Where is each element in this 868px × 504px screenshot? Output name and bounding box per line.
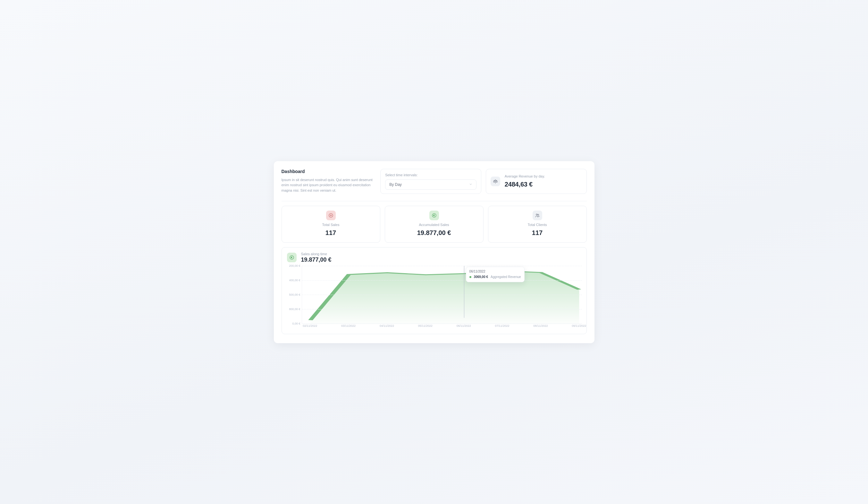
grid-line bbox=[302, 295, 582, 295]
avg-revenue-card: Average Revenue by day. 2484,63 € bbox=[486, 169, 587, 194]
interval-label: Select time intervals: bbox=[385, 173, 476, 177]
svg-point-9 bbox=[537, 214, 538, 215]
tooltip-series-dot-icon bbox=[469, 276, 471, 278]
chart-card: Sales along time 19.877,00 € 200,00 €400… bbox=[281, 247, 587, 334]
tooltip-value: 3069,00 € bbox=[474, 275, 488, 279]
tooltip-series: Aggregated Revenue bbox=[490, 275, 521, 279]
chart-body[interactable]: 200,00 €400,00 €500,00 €800,00 €0,00 € bbox=[286, 266, 582, 324]
x-tick-label: 05/11/2022 bbox=[418, 324, 433, 327]
interval-select[interactable]: By Day bbox=[385, 180, 476, 190]
kpi-label: Total Clients bbox=[528, 223, 547, 226]
euro-icon bbox=[287, 253, 297, 262]
kpi-accumulated-sales: Accumulated Sales 19.877,00 € bbox=[385, 206, 484, 243]
grid-line bbox=[302, 309, 582, 310]
avg-revenue-value: 2484,63 € bbox=[505, 181, 545, 188]
kpi-row: Total Sales 117 Accumulated Sales 19.877… bbox=[281, 206, 587, 243]
chart-tooltip: 06/11/2022 3069,00 € Aggregated Revenue bbox=[466, 267, 525, 282]
x-tick-label: 09/11/2022 bbox=[572, 324, 586, 327]
plus-circle-icon bbox=[326, 211, 336, 220]
x-tick-label: 07/11/2022 bbox=[495, 324, 509, 327]
interval-card: Select time intervals: By Day bbox=[380, 169, 481, 194]
y-tick-label: 0,00 € bbox=[292, 322, 300, 325]
dashboard-panel: Dashboard Ipsum in sit deserunt nostrud … bbox=[274, 161, 595, 343]
page-title: Dashboard bbox=[281, 169, 373, 174]
chart-plot[interactable]: 06/11/2022 3069,00 € Aggregated Revenue bbox=[302, 266, 582, 324]
x-tick-label: 02/11/2022 bbox=[303, 324, 317, 327]
x-tick-label: 06/11/2022 bbox=[457, 324, 471, 327]
chart-x-axis: 02/11/202203/11/202204/11/202205/11/2022… bbox=[302, 324, 582, 329]
x-tick-label: 08/11/2022 bbox=[533, 324, 548, 327]
y-tick-label: 800,00 € bbox=[289, 308, 300, 311]
chevron-down-icon bbox=[469, 182, 472, 187]
chart-header: Sales along time 19.877,00 € bbox=[286, 252, 582, 263]
y-tick-label: 200,00 € bbox=[289, 264, 300, 268]
chart-hover-line bbox=[464, 266, 464, 318]
kpi-label: Accumulated Sales bbox=[419, 223, 449, 226]
x-tick-label: 03/11/2022 bbox=[341, 324, 355, 327]
scales-icon bbox=[490, 177, 500, 186]
kpi-value: 117 bbox=[532, 229, 542, 236]
x-tick-label: 04/11/2022 bbox=[380, 324, 394, 327]
avg-revenue-label: Average Revenue by day. bbox=[505, 174, 545, 178]
chart-title: Sales along time bbox=[301, 252, 332, 256]
header-left: Dashboard Ipsum in sit deserunt nostrud … bbox=[281, 169, 376, 194]
svg-point-8 bbox=[536, 214, 537, 215]
svg-point-5 bbox=[432, 213, 436, 217]
y-tick-label: 500,00 € bbox=[289, 293, 300, 296]
kpi-label: Total Sales bbox=[322, 223, 340, 226]
kpi-total-sales: Total Sales 117 bbox=[281, 206, 380, 243]
tooltip-date: 06/11/2022 bbox=[469, 270, 521, 273]
kpi-total-clients: Total Clients 117 bbox=[488, 206, 587, 243]
svg-point-10 bbox=[290, 255, 294, 259]
euro-icon bbox=[430, 211, 439, 220]
header-row: Dashboard Ipsum in sit deserunt nostrud … bbox=[281, 169, 587, 201]
page-subtitle: Ipsum in sit deserunt nostrud quis. Qui … bbox=[281, 177, 373, 193]
grid-line bbox=[302, 266, 582, 266]
interval-selected: By Day bbox=[389, 182, 402, 187]
users-icon bbox=[533, 211, 542, 220]
chart-y-axis: 200,00 €400,00 €500,00 €800,00 €0,00 € bbox=[286, 266, 302, 324]
grid-line bbox=[302, 280, 582, 281]
chart-total: 19.877,00 € bbox=[301, 256, 332, 263]
kpi-value: 19.877,00 € bbox=[417, 229, 451, 236]
kpi-value: 117 bbox=[326, 229, 336, 236]
y-tick-label: 400,00 € bbox=[289, 279, 300, 282]
